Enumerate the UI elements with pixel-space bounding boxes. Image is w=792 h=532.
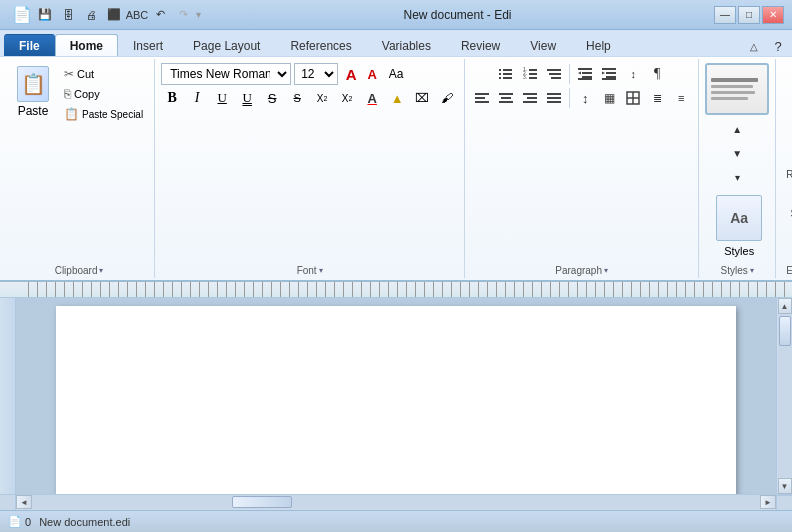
h-scroll-thumb[interactable] (232, 496, 292, 508)
print-preview-button[interactable]: ⬛ (104, 5, 124, 25)
h-scroll-track[interactable] (32, 495, 760, 509)
svg-rect-33 (523, 101, 537, 103)
decrease-indent-button[interactable] (574, 63, 596, 85)
bullet-list-button[interactable] (495, 63, 517, 85)
cut-icon: ✂ (64, 67, 74, 81)
save-local-button[interactable]: 🗄 (58, 5, 78, 25)
subscript-button[interactable]: X2 (336, 87, 358, 109)
styles-expand-button[interactable]: ▾ (726, 166, 748, 188)
increase-indent-button[interactable] (598, 63, 620, 85)
clear-format-button[interactable]: ⌧ (411, 87, 433, 109)
font-family-select[interactable]: Times New Roman Arial Calibri (161, 63, 291, 85)
tab-references[interactable]: References (275, 34, 366, 56)
align-right-button[interactable] (519, 87, 541, 109)
highlight-button[interactable]: ▲ (386, 87, 408, 109)
help-icon-button[interactable]: ? (768, 36, 788, 56)
scroll-thumb[interactable] (779, 316, 791, 346)
paste-special-icon: 📋 (64, 107, 79, 121)
format-paint-button[interactable]: 🖌 (436, 87, 458, 109)
cut-button[interactable]: ✂ Cut (59, 65, 148, 83)
svg-rect-10 (529, 73, 537, 75)
align-center-button[interactable] (495, 87, 517, 109)
ribbon-content: 📋 Paste ✂ Cut ⎘ Copy 📋 (0, 56, 792, 280)
styles-icon: Aa (716, 195, 762, 241)
paste-special-button[interactable]: 📋 Paste Special (59, 105, 148, 123)
svg-rect-36 (547, 101, 561, 103)
h-scroll-left-pad (0, 495, 16, 510)
styles-down-button[interactable]: ▼ (726, 142, 748, 164)
align-left-button[interactable] (471, 87, 493, 109)
paragraph-expand-icon[interactable]: ▾ (604, 266, 608, 275)
tab-help[interactable]: Help (571, 34, 626, 56)
tab-home[interactable]: Home (55, 34, 118, 56)
scroll-track[interactable] (778, 314, 792, 478)
strikethrough2-button[interactable]: S (286, 87, 308, 109)
scroll-down-button[interactable]: ▼ (778, 478, 792, 494)
maximize-button[interactable]: □ (738, 6, 760, 24)
vertical-scrollbar[interactable]: ▲ ▼ (776, 298, 792, 494)
close-button[interactable]: ✕ (762, 6, 784, 24)
svg-rect-23 (602, 78, 616, 80)
tab-view[interactable]: View (515, 34, 571, 56)
minimize-button[interactable]: — (714, 6, 736, 24)
svg-rect-11 (529, 77, 537, 79)
ribbon-collapse-button[interactable]: △ (744, 36, 764, 56)
svg-text:3.: 3. (523, 74, 527, 80)
strikethrough-button[interactable]: S (261, 87, 283, 109)
justify-button[interactable] (543, 87, 565, 109)
svg-marker-24 (602, 72, 605, 75)
underline-button[interactable]: U (211, 87, 233, 109)
border-button[interactable] (622, 87, 644, 109)
undo-button[interactable]: ↶ (150, 5, 170, 25)
bold-button[interactable]: B (161, 87, 183, 109)
document-page[interactable] (56, 306, 736, 494)
replace-button[interactable]: ↔ Replace (782, 147, 792, 184)
save-button[interactable]: 💾 (35, 5, 55, 25)
font-size-select[interactable]: 12 891011 14161824 (294, 63, 338, 85)
svg-rect-30 (499, 101, 513, 103)
para-extra-button[interactable]: ≡ (670, 87, 692, 109)
select-button[interactable]: ⬚ Select (787, 186, 792, 223)
h-scroll-left-button[interactable]: ◄ (16, 495, 32, 509)
tab-file[interactable]: File (4, 34, 55, 56)
svg-rect-26 (475, 97, 485, 99)
font-shrink-button[interactable]: A (362, 64, 382, 84)
line-spacing2-button[interactable]: ≣ (646, 87, 668, 109)
page-container[interactable] (16, 298, 776, 494)
tab-review[interactable]: Review (446, 34, 515, 56)
tab-page-layout[interactable]: Page Layout (178, 34, 275, 56)
sort-button[interactable]: ↕ (622, 63, 644, 85)
font-grow-button[interactable]: A (341, 64, 361, 84)
shading-button[interactable]: ▦ (598, 87, 620, 109)
paragraph-divider1 (569, 64, 570, 84)
styles-up-button[interactable]: ▲ (726, 118, 748, 140)
multilevel-list-button[interactable] (543, 63, 565, 85)
redo-button[interactable]: ↷ (173, 5, 193, 25)
styles-button[interactable]: Aa Styles (712, 191, 766, 261)
h-scroll-right-button[interactable]: ► (760, 495, 776, 509)
superscript-button[interactable]: X2 (311, 87, 333, 109)
spell-check-button[interactable]: ABC (127, 5, 147, 25)
styles-expand-icon[interactable]: ▾ (750, 266, 754, 275)
font-group-content: Times New Roman Arial Calibri 12 891011 … (161, 61, 458, 263)
svg-marker-19 (578, 72, 581, 75)
text-effects-button[interactable]: Aa (385, 63, 407, 85)
font-expand-icon[interactable]: ▾ (319, 266, 323, 275)
svg-rect-2 (499, 73, 501, 75)
paste-button[interactable]: 📋 Paste (10, 63, 56, 121)
scroll-up-button[interactable]: ▲ (778, 298, 792, 314)
svg-rect-1 (503, 69, 512, 71)
clipboard-expand-icon[interactable]: ▾ (99, 266, 103, 275)
underline2-button[interactable]: U (236, 87, 258, 109)
copy-button[interactable]: ⎘ Copy (59, 85, 148, 103)
line-spacing-button[interactable]: ↕ (574, 87, 596, 109)
vertical-ruler (0, 298, 16, 494)
print-button[interactable]: 🖨 (81, 5, 101, 25)
tab-insert[interactable]: Insert (118, 34, 178, 56)
tab-variables[interactable]: Variables (367, 34, 446, 56)
numbered-list-button[interactable]: 1. 2. 3. (519, 63, 541, 85)
font-color-button[interactable]: A (361, 87, 383, 109)
paragraph-row1: 1. 2. 3. (495, 63, 668, 85)
pilcrow-button[interactable]: ¶ (646, 63, 668, 85)
italic-button[interactable]: I (186, 87, 208, 109)
